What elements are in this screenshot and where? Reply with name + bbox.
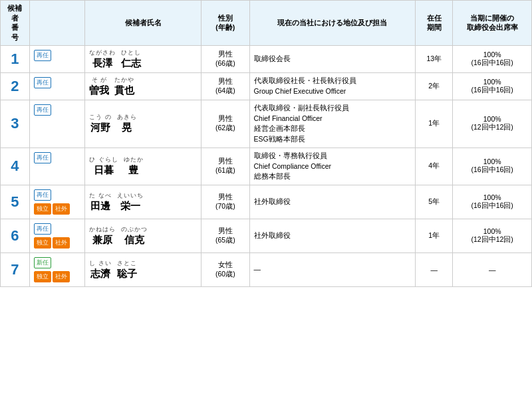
candidate-tenure: 4年 [416, 148, 453, 185]
candidate-badge-type: 再任 [34, 223, 51, 235]
candidate-number: 2 [1, 72, 30, 100]
candidate-tenure: 2年 [416, 72, 453, 100]
candidate-furigana-last: こう の [89, 113, 112, 122]
candidate-furigana-first: のぶかつ [121, 225, 148, 234]
candidate-given-name: ひとし仁志 [121, 49, 141, 70]
table-row: 3再任こう の河野あきら晃男性(62歳)代表取締役・副社長執行役員Chief F… [1, 100, 532, 148]
candidate-kanji-first: 仁志 [121, 57, 141, 70]
candidate-attendance: 100%(16回中16回) [453, 148, 532, 185]
candidate-gender: 男性(66歳) [201, 45, 249, 72]
candidate-family-name: かねはら兼原 [89, 225, 116, 247]
col-tenure: 在任期間 [416, 1, 453, 46]
candidate-name: ひ ぐらし日暮ゆたか豊 [85, 148, 201, 185]
candidate-badges: 再任 [29, 148, 85, 185]
candidate-family-name: ひ ぐらし日暮 [89, 155, 118, 177]
candidate-furigana-first: さとこ [117, 259, 137, 268]
candidate-kanji-last: 河野 [89, 122, 112, 134]
candidate-name: こう の河野あきら晃 [85, 100, 201, 148]
candidate-name: そ が曽我たかや貫也 [85, 72, 201, 100]
candidate-badge-extra: 社外 [53, 203, 70, 215]
col-attendance: 当期に開催の取締役会出席率 [453, 1, 532, 46]
candidate-furigana-first: えいいち [117, 191, 144, 200]
col-role: 現在の当社における地位及び担当 [249, 1, 416, 46]
col-name: 候補者氏名 [85, 1, 201, 46]
candidate-kanji-first: 豊 [124, 164, 144, 177]
col-gender: 性別(年齢) [201, 1, 249, 46]
candidate-badge-type: 新任 [34, 257, 51, 268]
candidate-kanji-last: 日暮 [89, 164, 118, 177]
candidate-furigana-last: し さい [89, 259, 112, 268]
candidate-furigana-last: そ が [89, 76, 109, 84]
candidate-badge-type: 再任 [34, 50, 51, 61]
candidate-given-name: たかや貫也 [114, 76, 134, 97]
candidate-role: 取締役会長 [249, 45, 416, 72]
candidate-role: — [249, 253, 416, 287]
candidate-kanji-last: 田邊 [89, 200, 112, 213]
candidate-tenure: 1年 [416, 100, 453, 148]
candidate-tenure: 13年 [416, 45, 453, 72]
candidates-table: 候補者番 号 候補者氏名 性別(年齢) 現在の当社における地位及び担当 在任期間… [0, 0, 532, 287]
candidate-badges: 再任 [29, 45, 85, 72]
candidate-badge-type: 再任 [34, 189, 51, 201]
candidate-role: 代表取締役・副社長執行役員Chief Financial Officer経営企画… [249, 100, 416, 148]
col-num: 候補者番 号 [1, 1, 30, 46]
candidate-badges: 再任独立社外 [29, 185, 85, 219]
candidate-role: 取締役・専務執行役員Chief Compliance Officer総務本部長 [249, 148, 416, 185]
candidate-attendance: 100%(16回中16回) [453, 185, 532, 219]
candidate-furigana-first: たかや [114, 76, 134, 84]
candidate-name: た なべ田邊えいいち栄一 [85, 185, 201, 219]
candidate-tenure: 5年 [416, 185, 453, 219]
candidate-gender: 男性(70歳) [201, 185, 249, 219]
candidate-tenure: 1年 [416, 219, 453, 253]
candidate-badge-extra: 独立 [34, 271, 51, 282]
candidate-attendance: 100%(12回中12回) [453, 219, 532, 253]
candidate-attendance: 100%(16回中16回) [453, 45, 532, 72]
table-row: 2再任そ が曽我たかや貫也男性(64歳)代表取締役社長・社長執行役員Group … [1, 72, 532, 100]
candidate-attendance: — [453, 253, 532, 287]
candidate-gender: 男性(61歳) [201, 148, 249, 185]
candidate-kanji-last: 曽我 [89, 84, 109, 97]
table-row: 6再任独立社外かねはら兼原のぶかつ信克男性(65歳)社外取締役1年100%(12… [1, 219, 532, 253]
candidate-badges: 再任 [29, 72, 85, 100]
candidate-family-name: し さい志濟 [89, 259, 112, 280]
candidate-role: 社外取締役 [249, 185, 416, 219]
candidate-number: 3 [1, 100, 30, 148]
candidate-number: 6 [1, 219, 30, 253]
candidate-role: 社外取締役 [249, 219, 416, 253]
candidate-kanji-first: 信克 [121, 234, 148, 247]
col-badge [29, 1, 85, 46]
candidate-gender: 男性(64歳) [201, 72, 249, 100]
candidate-badges: 再任 [29, 100, 85, 148]
candidate-given-name: のぶかつ信克 [121, 225, 148, 247]
candidate-gender: 男性(65歳) [201, 219, 249, 253]
candidate-attendance: 100%(12回中12回) [453, 100, 532, 148]
candidate-badge-type: 再任 [34, 77, 51, 88]
candidate-family-name: こう の河野 [89, 113, 112, 134]
candidate-number: 4 [1, 148, 30, 185]
candidate-furigana-first: ひとし [121, 49, 141, 57]
candidate-kanji-first: 聡子 [117, 268, 137, 280]
candidate-gender: 女性(60歳) [201, 253, 249, 287]
candidate-badges: 新任独立社外 [29, 253, 85, 287]
candidate-furigana-last: ひ ぐらし [89, 155, 118, 164]
candidate-name: かねはら兼原のぶかつ信克 [85, 219, 201, 253]
candidate-number: 5 [1, 185, 30, 219]
candidate-furigana-last: ながさわ [89, 49, 116, 57]
candidate-family-name: ながさわ長澤 [89, 49, 116, 70]
candidate-badge-type: 再任 [34, 104, 51, 116]
candidate-furigana-last: かねはら [89, 225, 116, 234]
candidate-given-name: さとこ聡子 [117, 259, 137, 280]
candidate-kanji-first: 晃 [117, 122, 137, 134]
table-header: 候補者番 号 候補者氏名 性別(年齢) 現在の当社における地位及び担当 在任期間… [1, 1, 532, 46]
candidate-kanji-last: 長澤 [89, 57, 116, 70]
candidate-furigana-first: ゆたか [124, 155, 144, 164]
table-row: 7新任独立社外し さい志濟さとこ聡子女性(60歳)——— [1, 253, 532, 287]
table-row: 5再任独立社外た なべ田邊えいいち栄一男性(70歳)社外取締役5年100%(16… [1, 185, 532, 219]
candidate-given-name: えいいち栄一 [117, 191, 144, 213]
candidate-given-name: ゆたか豊 [124, 155, 144, 177]
candidate-badge-extra: 社外 [53, 271, 70, 282]
table-row: 1再任ながさわ長澤ひとし仁志男性(66歳)取締役会長13年100%(16回中16… [1, 45, 532, 72]
candidate-furigana-last: た なべ [89, 191, 112, 200]
candidate-badge-extra: 独立 [34, 237, 51, 249]
candidate-kanji-last: 兼原 [89, 234, 116, 247]
